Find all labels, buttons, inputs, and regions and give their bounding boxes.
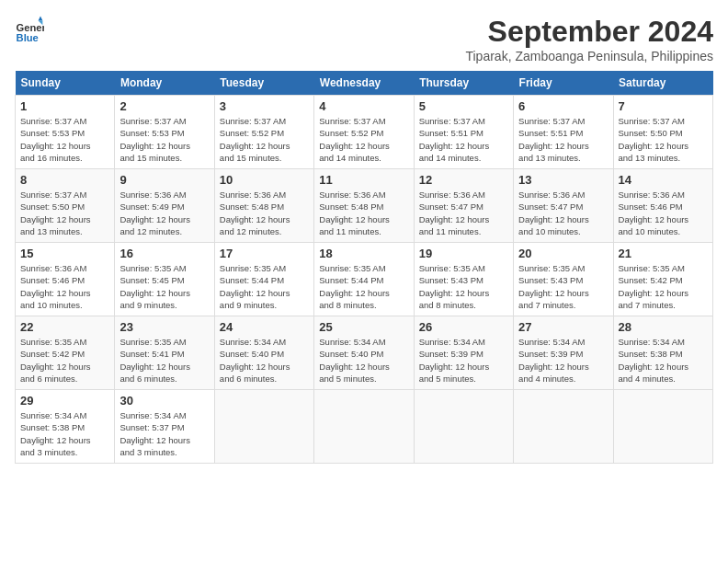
day-number: 21 xyxy=(619,247,708,260)
day-number: 13 xyxy=(518,173,608,187)
table-row: 1Sunrise: 5:37 AM Sunset: 5:53 PM Daylig… xyxy=(16,96,713,169)
list-item xyxy=(314,390,414,464)
day-number: 20 xyxy=(518,247,608,260)
list-item: 3Sunrise: 5:37 AM Sunset: 5:52 PM Daylig… xyxy=(214,96,313,169)
day-info: Sunrise: 5:34 AM Sunset: 5:39 PM Dayligh… xyxy=(419,336,508,385)
logo-icon: General Blue xyxy=(15,15,44,44)
day-info: Sunrise: 5:35 AM Sunset: 5:44 PM Dayligh… xyxy=(319,262,408,311)
day-number: 9 xyxy=(119,173,209,187)
day-info: Sunrise: 5:35 AM Sunset: 5:42 PM Dayligh… xyxy=(20,336,109,385)
day-number: 4 xyxy=(319,99,408,113)
location-title: Tiparak, Zamboanga Peninsula, Philippine… xyxy=(465,49,713,63)
svg-text:Blue: Blue xyxy=(17,32,39,43)
list-item: 27Sunrise: 5:34 AM Sunset: 5:39 PM Dayli… xyxy=(514,316,613,390)
list-item: 16Sunrise: 5:35 AM Sunset: 5:45 PM Dayli… xyxy=(115,243,214,316)
day-number: 7 xyxy=(619,99,708,113)
logo: General Blue xyxy=(15,15,44,44)
day-info: Sunrise: 5:34 AM Sunset: 5:40 PM Dayligh… xyxy=(220,336,309,385)
list-item xyxy=(514,390,613,464)
day-info: Sunrise: 5:35 AM Sunset: 5:44 PM Dayligh… xyxy=(220,262,309,311)
list-item: 7Sunrise: 5:37 AM Sunset: 5:50 PM Daylig… xyxy=(613,96,712,169)
day-info: Sunrise: 5:34 AM Sunset: 5:37 PM Dayligh… xyxy=(119,409,209,458)
list-item: 20Sunrise: 5:35 AM Sunset: 5:43 PM Dayli… xyxy=(514,243,613,316)
day-info: Sunrise: 5:35 AM Sunset: 5:45 PM Dayligh… xyxy=(119,262,209,311)
day-number: 18 xyxy=(319,247,408,260)
day-info: Sunrise: 5:35 AM Sunset: 5:41 PM Dayligh… xyxy=(119,336,209,385)
list-item: 25Sunrise: 5:34 AM Sunset: 5:40 PM Dayli… xyxy=(314,316,414,390)
day-info: Sunrise: 5:34 AM Sunset: 5:40 PM Dayligh… xyxy=(319,336,408,385)
table-row: 22Sunrise: 5:35 AM Sunset: 5:42 PM Dayli… xyxy=(16,316,713,390)
list-item: 12Sunrise: 5:36 AM Sunset: 5:47 PM Dayli… xyxy=(414,169,513,243)
day-number: 16 xyxy=(119,247,209,260)
day-number: 23 xyxy=(119,320,209,334)
list-item: 28Sunrise: 5:34 AM Sunset: 5:38 PM Dayli… xyxy=(613,316,712,390)
day-info: Sunrise: 5:34 AM Sunset: 5:39 PM Dayligh… xyxy=(518,336,608,385)
col-sunday: Sunday xyxy=(16,71,115,96)
day-number: 22 xyxy=(20,320,109,334)
list-item: 15Sunrise: 5:36 AM Sunset: 5:46 PM Dayli… xyxy=(16,243,115,316)
list-item: 10Sunrise: 5:36 AM Sunset: 5:48 PM Dayli… xyxy=(214,169,313,243)
day-info: Sunrise: 5:35 AM Sunset: 5:42 PM Dayligh… xyxy=(619,262,708,311)
day-number: 28 xyxy=(619,320,708,334)
col-tuesday: Tuesday xyxy=(214,71,313,96)
month-title: September 2024 xyxy=(465,15,713,49)
list-item: 19Sunrise: 5:35 AM Sunset: 5:43 PM Dayli… xyxy=(414,243,513,316)
col-wednesday: Wednesday xyxy=(314,71,414,96)
list-item: 8Sunrise: 5:37 AM Sunset: 5:50 PM Daylig… xyxy=(16,169,115,243)
title-section: September 2024 Tiparak, Zamboanga Penins… xyxy=(465,15,713,63)
day-info: Sunrise: 5:37 AM Sunset: 5:53 PM Dayligh… xyxy=(20,115,109,164)
day-number: 27 xyxy=(518,320,608,334)
day-number: 10 xyxy=(220,173,309,187)
day-info: Sunrise: 5:36 AM Sunset: 5:49 PM Dayligh… xyxy=(119,189,209,237)
list-item xyxy=(214,390,313,464)
day-number: 8 xyxy=(20,173,109,187)
day-number: 30 xyxy=(119,394,209,408)
day-number: 26 xyxy=(419,320,508,334)
day-info: Sunrise: 5:35 AM Sunset: 5:43 PM Dayligh… xyxy=(419,262,508,311)
header-row: Sunday Monday Tuesday Wednesday Thursday… xyxy=(16,71,713,96)
list-item: 30Sunrise: 5:34 AM Sunset: 5:37 PM Dayli… xyxy=(115,390,214,464)
list-item xyxy=(414,390,513,464)
day-info: Sunrise: 5:37 AM Sunset: 5:52 PM Dayligh… xyxy=(319,115,408,164)
day-number: 14 xyxy=(619,173,708,187)
list-item: 5Sunrise: 5:37 AM Sunset: 5:51 PM Daylig… xyxy=(414,96,513,169)
list-item: 21Sunrise: 5:35 AM Sunset: 5:42 PM Dayli… xyxy=(613,243,712,316)
calendar-table: Sunday Monday Tuesday Wednesday Thursday… xyxy=(15,71,713,464)
day-number: 1 xyxy=(20,99,109,113)
day-number: 24 xyxy=(220,320,309,334)
day-info: Sunrise: 5:36 AM Sunset: 5:47 PM Dayligh… xyxy=(518,189,608,237)
day-number: 17 xyxy=(220,247,309,260)
day-info: Sunrise: 5:34 AM Sunset: 5:38 PM Dayligh… xyxy=(20,409,109,458)
list-item xyxy=(613,390,712,464)
list-item: 6Sunrise: 5:37 AM Sunset: 5:51 PM Daylig… xyxy=(514,96,613,169)
list-item: 24Sunrise: 5:34 AM Sunset: 5:40 PM Dayli… xyxy=(214,316,313,390)
day-number: 15 xyxy=(20,247,109,260)
day-number: 25 xyxy=(319,320,408,334)
list-item: 26Sunrise: 5:34 AM Sunset: 5:39 PM Dayli… xyxy=(414,316,513,390)
table-row: 15Sunrise: 5:36 AM Sunset: 5:46 PM Dayli… xyxy=(16,243,713,316)
list-item: 14Sunrise: 5:36 AM Sunset: 5:46 PM Dayli… xyxy=(613,169,712,243)
list-item: 1Sunrise: 5:37 AM Sunset: 5:53 PM Daylig… xyxy=(16,96,115,169)
day-info: Sunrise: 5:37 AM Sunset: 5:53 PM Dayligh… xyxy=(119,115,209,164)
day-number: 29 xyxy=(20,394,109,408)
day-number: 11 xyxy=(319,173,408,187)
list-item: 4Sunrise: 5:37 AM Sunset: 5:52 PM Daylig… xyxy=(314,96,414,169)
svg-marker-2 xyxy=(39,17,43,21)
day-info: Sunrise: 5:36 AM Sunset: 5:47 PM Dayligh… xyxy=(419,189,508,237)
day-info: Sunrise: 5:34 AM Sunset: 5:38 PM Dayligh… xyxy=(619,336,708,385)
day-info: Sunrise: 5:37 AM Sunset: 5:51 PM Dayligh… xyxy=(518,115,608,164)
day-info: Sunrise: 5:36 AM Sunset: 5:48 PM Dayligh… xyxy=(319,189,408,237)
col-thursday: Thursday xyxy=(414,71,513,96)
page-header: General Blue September 2024 Tiparak, Zam… xyxy=(15,15,713,63)
list-item: 23Sunrise: 5:35 AM Sunset: 5:41 PM Dayli… xyxy=(115,316,214,390)
day-info: Sunrise: 5:36 AM Sunset: 5:46 PM Dayligh… xyxy=(619,189,708,237)
list-item: 13Sunrise: 5:36 AM Sunset: 5:47 PM Dayli… xyxy=(514,169,613,243)
day-number: 19 xyxy=(419,247,508,260)
table-row: 29Sunrise: 5:34 AM Sunset: 5:38 PM Dayli… xyxy=(16,390,713,464)
day-info: Sunrise: 5:37 AM Sunset: 5:51 PM Dayligh… xyxy=(419,115,508,164)
day-info: Sunrise: 5:36 AM Sunset: 5:46 PM Dayligh… xyxy=(20,262,109,311)
list-item: 9Sunrise: 5:36 AM Sunset: 5:49 PM Daylig… xyxy=(115,169,214,243)
list-item: 22Sunrise: 5:35 AM Sunset: 5:42 PM Dayli… xyxy=(16,316,115,390)
day-number: 6 xyxy=(518,99,608,113)
day-info: Sunrise: 5:37 AM Sunset: 5:50 PM Dayligh… xyxy=(619,115,708,164)
